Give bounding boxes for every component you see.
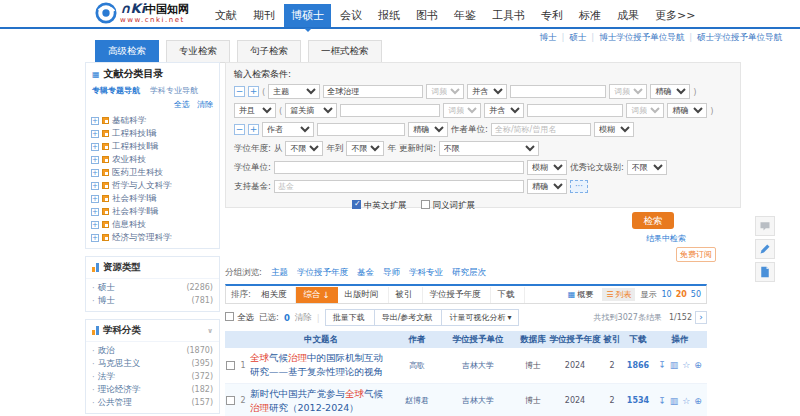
word-frequency-select[interactable]: 词频 [443,103,481,118]
checkbox-icon[interactable] [225,312,234,321]
search-term-input-2[interactable] [527,104,623,117]
catalog-nav-link[interactable]: 专辑专题导航 [92,85,140,96]
search-term-input[interactable] [323,85,423,98]
main-nav-item[interactable]: 年鉴 [447,4,483,27]
search-button[interactable]: 检索 [632,212,674,229]
search-mode-tab[interactable]: 专业检索 [166,40,230,63]
main-nav-item[interactable]: 专利 [534,4,570,27]
match-mode-select[interactable]: 精确 [408,122,448,137]
field-select[interactable]: 篇关摘 [285,103,337,118]
free-subscribe-link[interactable]: 免费订阅 [676,247,716,262]
year-from-select[interactable]: 不限 [285,141,323,156]
checked-checkbox-icon[interactable] [102,208,109,215]
cited-count[interactable]: 2 [601,361,623,370]
degree-unit-link[interactable]: 吉林大学 [439,360,517,371]
remove-row-button[interactable]: − [234,124,245,135]
synonym-extension-option[interactable]: 同义词扩展 [421,200,476,212]
catalog-item[interactable]: + 工程科技Ⅰ辑 [91,127,214,140]
remove-row-button[interactable]: − [234,86,245,97]
document-button[interactable] [755,262,775,282]
expand-icon[interactable]: + [91,182,99,190]
main-nav-item[interactable]: 成果 [610,4,646,27]
search-mode-tab[interactable]: 句子检索 [237,40,301,63]
checked-checkbox-icon[interactable] [102,234,109,241]
expand-icon[interactable]: + [91,130,99,138]
logic-select[interactable]: 并且 [234,103,276,118]
cn-en-extension-option[interactable]: 中英文扩展 [352,200,407,212]
catalog-item[interactable]: + 农业科技 [91,153,214,166]
main-nav-item[interactable]: 图书 [409,4,445,27]
checked-checkbox-icon[interactable] [102,169,109,176]
degree-unit-input[interactable] [274,161,524,174]
page-size-option[interactable]: 20 [676,290,687,299]
match-mode-select[interactable]: 精确 [667,103,707,118]
feedback-button[interactable] [755,216,775,236]
main-nav-item[interactable]: 会议 [333,4,369,27]
catalog-item[interactable]: + 工程科技Ⅱ辑 [91,140,214,153]
thesis-title-link[interactable]: 全球气候治理中的国际机制互动研究——基于复杂性理论的视角 [247,348,395,383]
search-in-results-link[interactable]: 结果中检索 [646,233,686,244]
search-term-input[interactable] [340,104,440,117]
expand-icon[interactable]: + [91,143,99,151]
download-icon[interactable]: ↧ [658,396,666,406]
author-link[interactable]: 高歌 [395,360,439,371]
match-mode-select[interactable]: 精确 [650,84,690,99]
operator-select[interactable]: 并含 [484,103,524,118]
favorite-icon[interactable]: ☆ [682,396,690,406]
group-browse-link[interactable]: 导师 [383,267,400,279]
batch-action-button[interactable]: 计量可视化分析▾ [442,309,519,326]
expand-icon[interactable]: + [91,208,99,216]
cited-count[interactable]: 2 [601,396,623,405]
batch-action-button[interactable]: 导出/参考文献 [375,309,443,326]
main-nav-item[interactable]: 工具书 [485,4,532,27]
catalog-item[interactable]: + 医药卫生科技 [91,166,214,179]
subnav-link[interactable]: 硕士学位授予单位导航 [684,32,782,44]
main-nav-item[interactable]: 文献 [208,4,244,27]
summary-view-toggle[interactable]: ▦概要 [564,288,598,301]
facet-item[interactable]: · 硕士 (2286) [86,281,219,294]
sort-option[interactable]: 相关度 [254,287,297,303]
word-frequency-select[interactable]: 词频 [426,84,464,99]
checked-checkbox-icon[interactable] [102,182,109,189]
catalog-item[interactable]: + 社会科学Ⅰ辑 [91,192,214,205]
update-time-select[interactable]: 不限 [439,141,539,156]
sort-option[interactable]: 下载 [491,287,525,303]
fund-browse-button[interactable]: ··· [570,180,588,193]
catalog-item[interactable]: + 经济与管理科学 [91,231,214,244]
expand-icon[interactable]: + [91,195,99,203]
search-mode-tab[interactable]: 高级检索 [95,40,159,63]
checked-checkbox-icon[interactable] [102,117,109,124]
checked-checkbox-icon[interactable] [102,143,109,150]
html-read-icon[interactable]: ▥ [670,396,679,406]
chevron-down-icon[interactable]: ∨ [207,327,213,335]
facet-item[interactable]: · 马克思主义 (395) [86,357,219,370]
expand-icon[interactable]: + [91,234,99,242]
main-nav-item[interactable]: 标准 [572,4,608,27]
checked-checkbox-icon[interactable] [102,130,109,137]
author-input[interactable] [317,123,405,136]
row-checkbox[interactable] [226,361,235,370]
author-unit-input[interactable] [491,123,591,136]
sort-option[interactable]: 学位授予年度 [423,287,491,303]
checked-checkbox-icon[interactable] [102,156,109,163]
select-all-checkbox[interactable]: 全选 [225,312,254,324]
checkbox-icon[interactable] [421,200,430,209]
author-link[interactable]: 赵博君 [395,395,439,406]
facet-item[interactable]: · 法学 (372) [86,370,219,383]
author-field-select[interactable]: 作者 [262,122,314,137]
clear-link[interactable]: 清除 [197,99,213,110]
fund-input[interactable] [274,180,524,193]
catalog-item[interactable]: + 哲学与人文科学 [91,179,214,192]
sort-option[interactable]: 出版时间 [338,287,389,303]
thesis-level-select[interactable]: 不限 [627,160,667,175]
expand-icon[interactable]: + [91,221,99,229]
facet-item[interactable]: · 理论经济学 (182) [86,383,219,396]
search-term-input-2[interactable] [510,85,606,98]
main-nav-item[interactable]: 博硕士 [284,4,331,27]
match-mode-select[interactable]: 模糊 [527,160,567,175]
search-mode-tab[interactable]: 一框式检索 [308,40,382,63]
facet-item[interactable]: · 博士 (781) [86,294,219,307]
expand-icon[interactable]: + [91,156,99,164]
group-browse-link[interactable]: 学科专业 [409,267,443,279]
page-size-option[interactable]: 50 [691,290,701,299]
